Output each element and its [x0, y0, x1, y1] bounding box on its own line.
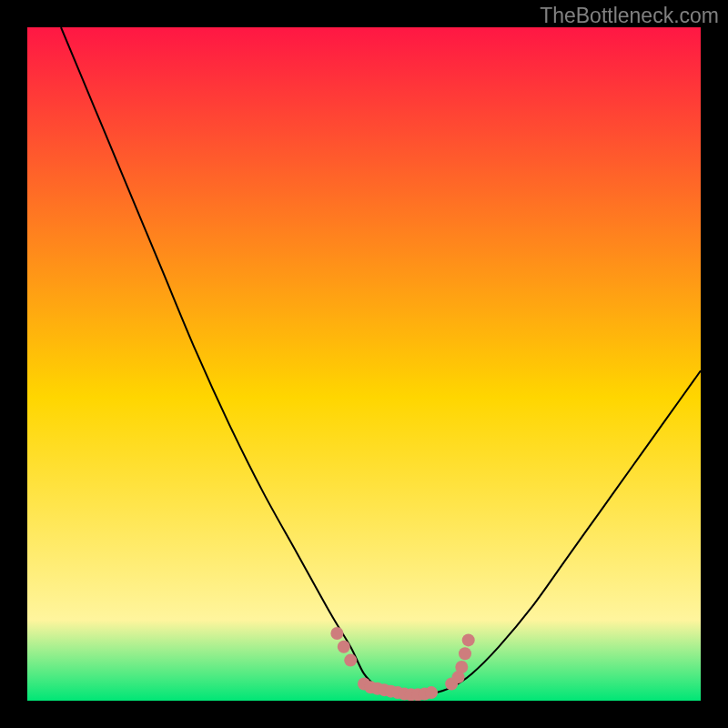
- chart-svg: [27, 27, 701, 701]
- curve-marker: [459, 647, 471, 660]
- curve-marker: [455, 661, 468, 673]
- curve-marker: [338, 641, 350, 653]
- curve-marker: [462, 633, 475, 646]
- curve-marker: [425, 686, 438, 699]
- curve-marker: [344, 654, 357, 667]
- plot-area: [27, 27, 701, 701]
- gradient-background: [27, 27, 701, 701]
- curve-marker: [330, 627, 343, 640]
- chart-frame: TheBottleneck.com: [0, 0, 728, 728]
- watermark-label: TheBottleneck.com: [540, 4, 719, 28]
